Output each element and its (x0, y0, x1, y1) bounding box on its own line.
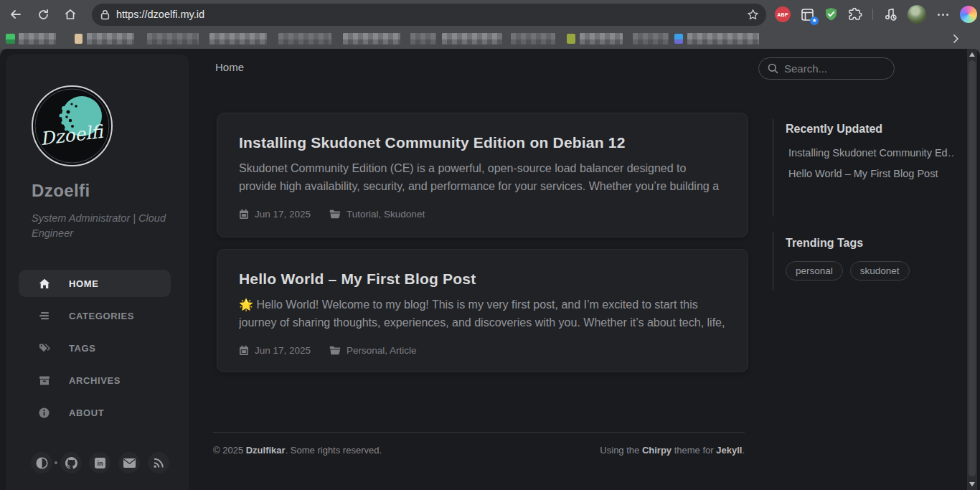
post-categories[interactable]: Tutorial, Skudonet (347, 209, 425, 220)
site-title[interactable]: Dzoelfi (32, 181, 90, 201)
post-meta: Jun 17, 2025 Personal, Article (239, 345, 726, 356)
extensions-puzzle-icon[interactable] (848, 7, 862, 22)
page-footer: © 2025 Dzulfikar. Some rights reserved. … (213, 445, 745, 456)
sidebar-item-categories[interactable]: CATEGORIES (19, 302, 171, 329)
search-icon (768, 63, 778, 74)
site-avatar[interactable]: Dzoelfi (31, 85, 113, 167)
sidebar-item-label: HOME (69, 278, 98, 289)
scrollbar-down-arrow[interactable] (969, 482, 975, 486)
separator-dot (55, 461, 57, 464)
sidebar-nav: HOME CATEGORIES TAGS (19, 270, 171, 431)
sidebar-item-home[interactable]: HOME (19, 270, 171, 297)
github-icon[interactable] (60, 452, 82, 473)
bookmark-favicon[interactable] (75, 34, 83, 44)
bookmarks-overflow-chevron-icon[interactable] (950, 33, 961, 44)
copilot-icon[interactable] (960, 6, 977, 23)
bookmark-redacted[interactable] (19, 33, 56, 44)
folder-icon (329, 209, 341, 219)
panel-border (773, 232, 773, 291)
toolbar-divider (872, 9, 873, 20)
breadcrumb[interactable]: Home (215, 61, 244, 73)
sidebar-item-archives[interactable]: ARCHIVES (19, 367, 171, 394)
search-box[interactable] (758, 57, 895, 80)
scrollbar-thumb[interactable] (969, 60, 976, 476)
profile-avatar[interactable] (908, 5, 926, 24)
page-scrollbar[interactable] (967, 49, 977, 490)
email-icon[interactable] (118, 452, 140, 473)
rss-icon[interactable] (148, 452, 169, 473)
author-link[interactable]: Dzulfikar (246, 445, 286, 456)
bookmarks-bar[interactable] (0, 29, 980, 49)
chirpy-link[interactable]: Chirpy (642, 445, 672, 456)
post-title[interactable]: Hello World – My First Blog Post (239, 270, 726, 288)
footer-divider (213, 432, 745, 433)
bookmark-redacted[interactable] (633, 33, 669, 44)
archives-icon (39, 375, 50, 386)
home-icon[interactable] (59, 3, 82, 26)
refresh-icon[interactable] (32, 3, 55, 26)
sidebar-social-row: in (6, 446, 189, 475)
post-card[interactable]: Installing Skudonet Community Edition on… (217, 113, 748, 237)
browser-window: https://dzoelfi.my.id ABP ★ (0, 0, 980, 490)
page-content: Dzoelfi Dzoelfi System Administrator | C… (0, 49, 980, 490)
post-date: Jun 17, 2025 (255, 209, 311, 220)
bookmark-redacted[interactable] (147, 33, 199, 44)
bookmark-redacted[interactable] (687, 33, 759, 44)
sidebar-item-tags[interactable]: TAGS (19, 334, 171, 362)
recently-updated-heading: Recently Updated (786, 123, 882, 136)
bookmark-redacted[interactable] (343, 33, 400, 44)
browser-toolbar: https://dzoelfi.my.id ABP ★ (0, 0, 980, 29)
theme-toggle-icon[interactable] (31, 452, 52, 473)
adguard-shield-icon[interactable] (824, 7, 838, 22)
post-excerpt: Skudonet Community Edition (CE) is a pow… (239, 159, 726, 195)
bookmark-redacted[interactable] (410, 33, 436, 44)
linkedin-icon[interactable]: in (89, 452, 110, 473)
settings-menu-icon[interactable] (936, 9, 950, 20)
folder-icon (329, 346, 341, 355)
collections-icon[interactable]: ★ (801, 8, 814, 22)
bookmark-redacted[interactable] (580, 33, 623, 44)
sidebar-item-about[interactable]: ABOUT (19, 399, 171, 426)
bookmark-favicon[interactable] (6, 34, 15, 44)
favorite-star-icon[interactable] (747, 9, 759, 21)
about-icon (39, 407, 50, 418)
svg-text:in: in (97, 460, 103, 467)
home-icon (39, 278, 50, 289)
tags-icon (39, 343, 50, 354)
media-note-icon[interactable] (883, 7, 897, 22)
sidebar-item-label: TAGS (69, 343, 96, 354)
post-categories[interactable]: Personal, Article (347, 345, 417, 356)
bookmark-favicon[interactable] (567, 34, 575, 44)
bookmark-redacted[interactable] (209, 33, 267, 44)
back-icon[interactable] (4, 3, 27, 26)
post-card[interactable]: Hello World – My First Blog Post 🌟 Hello… (217, 249, 748, 372)
trending-tags-row: personal skudonet (786, 261, 910, 281)
lock-icon[interactable] (100, 9, 110, 20)
tag-pill[interactable]: personal (786, 261, 843, 281)
panel-border (773, 119, 773, 217)
copyright-text: © 2025 Dzulfikar. Some rights reserved. (213, 445, 382, 456)
categories-icon (39, 311, 50, 321)
recent-post-link[interactable]: Hello World – My First Blog Post (788, 168, 953, 179)
sidebar-item-label: CATEGORIES (69, 311, 134, 321)
jekyll-link[interactable]: Jekyll (716, 445, 742, 456)
post-date: Jun 17, 2025 (255, 345, 311, 356)
trending-tags-heading: Trending Tags (786, 237, 863, 250)
recent-post-link[interactable]: Installing Skudonet Community Ed… (788, 147, 953, 159)
calendar-icon (239, 345, 249, 356)
bookmark-redacted[interactable] (87, 33, 134, 44)
bookmark-favicon[interactable] (674, 34, 683, 44)
post-title[interactable]: Installing Skudonet Community Edition on… (239, 134, 726, 151)
extension-icons-row: ABP ★ (775, 5, 977, 24)
bookmark-redacted[interactable] (278, 33, 331, 44)
bookmark-redacted[interactable] (442, 33, 502, 44)
site-tagline: System Administrator | Cloud Engineer (32, 211, 172, 241)
adblock-plus-icon[interactable]: ABP (775, 6, 791, 22)
bookmark-redacted[interactable] (511, 33, 555, 44)
address-bar[interactable]: https://dzoelfi.my.id (92, 4, 766, 26)
url-text[interactable]: https://dzoelfi.my.id (116, 9, 747, 20)
theme-credit-text: Using the Chirpy theme for Jekyll. (600, 445, 745, 456)
tag-pill[interactable]: skudonet (850, 261, 910, 281)
search-input[interactable] (784, 62, 877, 75)
scrollbar-up-arrow[interactable] (969, 52, 975, 57)
